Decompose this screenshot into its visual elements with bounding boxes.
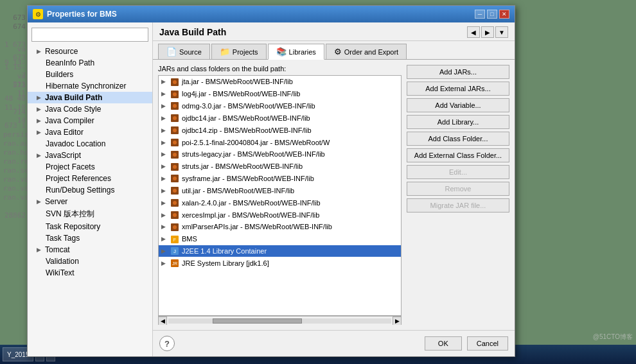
jar-list-item[interactable]: ▶struts.jar - BMS/WebRoot/WEB-INF/lib xyxy=(159,160,401,173)
jar-type-icon xyxy=(170,137,179,147)
svg-point-3 xyxy=(173,92,177,96)
tab-icon: ⚙ xyxy=(334,47,342,56)
tab-projects[interactable]: 📁Projects xyxy=(211,44,267,59)
sidebar-item[interactable]: ▶Resource xyxy=(28,46,152,57)
svg-point-7 xyxy=(173,116,177,120)
sidebar-item-label: Task Tags xyxy=(46,234,80,243)
jar-list-item[interactable]: ▶poi-2.5.1-final-20040804.jar - BMS/WebR… xyxy=(159,136,401,148)
sidebar-arrow-icon: ▶ xyxy=(37,94,41,101)
sidebar-item[interactable]: Javadoc Location xyxy=(28,138,152,150)
sidebar-item[interactable]: WikiText xyxy=(28,267,152,279)
add-class-folder-button[interactable]: Add Class Folder... xyxy=(407,132,509,146)
cancel-button[interactable]: Cancel xyxy=(467,336,508,351)
title-controls: ─ □ ✕ xyxy=(475,10,509,19)
jar-list-item[interactable]: ▶log4j.jar - BMS/WebRoot/WEB-INF/lib xyxy=(159,88,401,100)
jar-list-item[interactable]: ▶JJ2EE 1.4 Library Container xyxy=(159,245,401,257)
close-button[interactable]: ✕ xyxy=(499,10,509,19)
svg-point-19 xyxy=(173,189,177,193)
sidebar-item[interactable]: ▶Java Code Style xyxy=(28,103,152,115)
jar-expand-icon: ▶ xyxy=(161,91,168,97)
jar-list-item[interactable]: ▶xercesImpl.jar - BMS/WebRoot/WEB-INF/li… xyxy=(159,209,401,221)
jar-list-item[interactable]: ▶xmlParserAPIs.jar - BMS/WebRoot/WEB-INF… xyxy=(159,221,401,233)
sidebar-item[interactable]: ▶Java Editor xyxy=(28,126,152,138)
sidebar-item-label: Run/Debug Settings xyxy=(46,186,114,195)
watermark: @51CTO博客 xyxy=(593,333,633,342)
hscroll-right-btn[interactable]: ▶ xyxy=(393,316,402,325)
jar-list-item[interactable]: ▶jta.jar - BMS/WebRoot/WEB-INF/lib xyxy=(159,76,401,88)
svg-text:JR: JR xyxy=(172,261,178,266)
jar-list-item[interactable]: ▶ojdbc14.jar - BMS/WebRoot/WEB-INF/lib xyxy=(159,112,401,124)
svg-point-11 xyxy=(173,141,177,144)
jar-list-item[interactable]: ▶odmg-3.0.jar - BMS/WebRoot/WEB-INF/lib xyxy=(159,100,401,112)
tab-icon: 📁 xyxy=(220,47,230,56)
dialog-body: ▶ResourceBeanInfo PathBuildersHibernate … xyxy=(28,22,515,356)
list-label: JARs and class folders on the build path… xyxy=(158,65,402,73)
add-jars-button[interactable]: Add JARs... xyxy=(407,65,509,79)
jar-list-item[interactable]: ▶sysframe.jar - BMS/WebRoot/WEB-INF/lib xyxy=(159,173,401,185)
tab-order-and-export[interactable]: ⚙Order and Export xyxy=(326,44,407,59)
back-button[interactable]: ◀ xyxy=(467,26,480,38)
tab-source[interactable]: 📄Source xyxy=(158,44,210,59)
jar-list-item[interactable]: ▶util.jar - BMS/WebRoot/WEB-INF/lib xyxy=(159,184,401,196)
sidebar-arrow-icon: ▶ xyxy=(37,48,41,55)
sidebar-search-input[interactable] xyxy=(31,28,148,42)
add-library-button[interactable]: Add Library... xyxy=(407,115,509,129)
sidebar-item[interactable]: SVN 版本控制 xyxy=(28,207,152,221)
add-external-jars-button[interactable]: Add External JARs... xyxy=(407,82,509,96)
maximize-button[interactable]: □ xyxy=(487,10,497,19)
ok-button[interactable]: OK xyxy=(425,336,462,351)
jar-type-icon xyxy=(170,113,179,123)
sidebar-item[interactable]: Run/Debug Settings xyxy=(28,184,152,196)
sidebar-item[interactable]: ▶Tomcat xyxy=(28,244,152,256)
jar-item-name: ojdbc14.jar - BMS/WebRoot/WEB-INF/lib xyxy=(182,114,310,122)
hscroll-thumb xyxy=(213,318,302,324)
sidebar-item[interactable]: Hibernate Synchronizer xyxy=(28,80,152,92)
add-variable-button[interactable]: Add Variable... xyxy=(407,98,509,112)
add-external-class-folder-button[interactable]: Add External Class Folder... xyxy=(407,148,509,162)
hscroll-left-btn[interactable]: ◀ xyxy=(158,316,167,325)
forward-button[interactable]: ▶ xyxy=(481,26,494,38)
jar-list[interactable]: ▶jta.jar - BMS/WebRoot/WEB-INF/lib▶log4j… xyxy=(159,76,401,315)
horizontal-scrollbar[interactable]: ◀ ▶ xyxy=(158,316,402,325)
sidebar-item-label: Validation xyxy=(46,257,79,266)
svg-point-21 xyxy=(173,201,177,205)
sidebar-item-label: Java Code Style xyxy=(45,105,101,114)
sidebar-item[interactable]: ▶Java Build Path xyxy=(28,92,152,103)
jar-expand-icon: ▶ xyxy=(161,187,168,194)
sidebar-items: ▶ResourceBeanInfo PathBuildersHibernate … xyxy=(28,46,152,279)
svg-point-23 xyxy=(173,213,177,217)
jar-type-icon xyxy=(170,150,179,159)
minimize-button[interactable]: ─ xyxy=(475,10,485,19)
jar-list-item[interactable]: ▶JRJRE System Library [jdk1.6] xyxy=(159,257,401,269)
tab-libraries[interactable]: 📚Libraries xyxy=(268,44,324,60)
action-buttons-panel: Add JARs...Add External JARs...Add Varia… xyxy=(407,65,509,325)
jar-item-name: JRE System Library [jdk1.6] xyxy=(182,259,269,267)
jar-list-item[interactable]: ▶xalan-2.4.0.jar - BMS/WebRoot/WEB-INF/l… xyxy=(159,196,401,209)
sidebar-item[interactable]: Task Repository xyxy=(28,221,152,232)
sidebar-item[interactable]: Project References xyxy=(28,173,152,184)
jar-list-item[interactable]: ▶struts-legacy.jar - BMS/WebRoot/WEB-INF… xyxy=(159,148,401,160)
jar-list-item[interactable]: ▶ojdbc14.zip - BMS/WebRoot/WEB-INF/lib xyxy=(159,124,401,136)
svg-point-17 xyxy=(173,177,177,180)
jar-item-name: J2EE 1.4 Library Container xyxy=(182,247,267,255)
sidebar-item[interactable]: Builders xyxy=(28,69,152,80)
sidebar-item[interactable]: ▶JavaScript xyxy=(28,150,152,161)
svg-point-9 xyxy=(173,128,177,132)
sidebar-item-label: Builders xyxy=(46,70,73,79)
sidebar-item[interactable]: Task Tags xyxy=(28,232,152,244)
sidebar: ▶ResourceBeanInfo PathBuildersHibernate … xyxy=(28,22,153,356)
menu-button[interactable]: ▼ xyxy=(495,26,508,38)
sidebar-item[interactable]: ▶Java Compiler xyxy=(28,115,152,126)
sidebar-item[interactable]: Project Facets xyxy=(28,161,152,173)
remove-button: Remove xyxy=(407,182,509,196)
help-button[interactable]: ? xyxy=(159,336,175,351)
jar-type-icon xyxy=(170,174,179,184)
jar-item-name: struts.jar - BMS/WebRoot/WEB-INF/lib xyxy=(182,162,303,170)
jar-expand-icon: ▶ xyxy=(161,200,168,206)
sidebar-item[interactable]: ▶Server xyxy=(28,196,152,207)
main-content: Java Build Path ◀ ▶ ▼ 📄Source📁Projects📚L… xyxy=(153,22,515,356)
jar-item-name: jta.jar - BMS/WebRoot/WEB-INF/lib xyxy=(182,78,293,85)
sidebar-item[interactable]: BeanInfo Path xyxy=(28,57,152,69)
sidebar-item[interactable]: Validation xyxy=(28,256,152,267)
jar-list-item[interactable]: ▶FBMS xyxy=(159,233,401,245)
